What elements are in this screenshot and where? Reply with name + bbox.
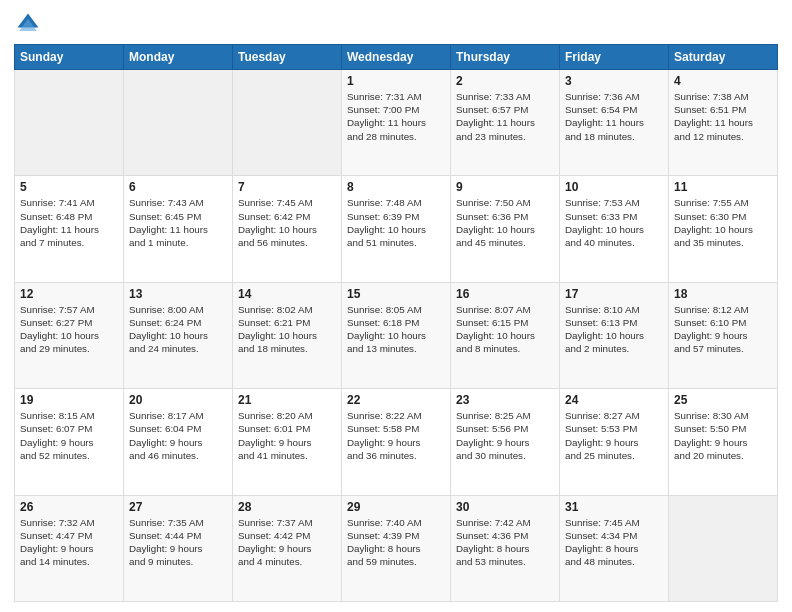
calendar-cell xyxy=(15,70,124,176)
day-number: 15 xyxy=(347,287,445,301)
day-info: Sunrise: 8:07 AM Sunset: 6:15 PM Dayligh… xyxy=(456,303,554,356)
day-info: Sunrise: 8:25 AM Sunset: 5:56 PM Dayligh… xyxy=(456,409,554,462)
calendar-cell: 16Sunrise: 8:07 AM Sunset: 6:15 PM Dayli… xyxy=(451,282,560,388)
calendar-week-row: 19Sunrise: 8:15 AM Sunset: 6:07 PM Dayli… xyxy=(15,389,778,495)
day-number: 19 xyxy=(20,393,118,407)
calendar-day-header: Monday xyxy=(124,45,233,70)
calendar-cell: 15Sunrise: 8:05 AM Sunset: 6:18 PM Dayli… xyxy=(342,282,451,388)
day-info: Sunrise: 7:45 AM Sunset: 4:34 PM Dayligh… xyxy=(565,516,663,569)
day-number: 11 xyxy=(674,180,772,194)
page: SundayMondayTuesdayWednesdayThursdayFrid… xyxy=(0,0,792,612)
calendar-cell: 27Sunrise: 7:35 AM Sunset: 4:44 PM Dayli… xyxy=(124,495,233,601)
calendar-cell: 7Sunrise: 7:45 AM Sunset: 6:42 PM Daylig… xyxy=(233,176,342,282)
calendar-cell: 30Sunrise: 7:42 AM Sunset: 4:36 PM Dayli… xyxy=(451,495,560,601)
day-number: 7 xyxy=(238,180,336,194)
calendar-cell: 20Sunrise: 8:17 AM Sunset: 6:04 PM Dayli… xyxy=(124,389,233,495)
calendar-cell xyxy=(669,495,778,601)
calendar-cell xyxy=(233,70,342,176)
calendar-day-header: Tuesday xyxy=(233,45,342,70)
calendar-cell: 2Sunrise: 7:33 AM Sunset: 6:57 PM Daylig… xyxy=(451,70,560,176)
calendar-cell: 25Sunrise: 8:30 AM Sunset: 5:50 PM Dayli… xyxy=(669,389,778,495)
day-number: 27 xyxy=(129,500,227,514)
day-info: Sunrise: 7:38 AM Sunset: 6:51 PM Dayligh… xyxy=(674,90,772,143)
day-info: Sunrise: 7:36 AM Sunset: 6:54 PM Dayligh… xyxy=(565,90,663,143)
calendar-cell: 1Sunrise: 7:31 AM Sunset: 7:00 PM Daylig… xyxy=(342,70,451,176)
calendar-cell: 26Sunrise: 7:32 AM Sunset: 4:47 PM Dayli… xyxy=(15,495,124,601)
day-info: Sunrise: 7:50 AM Sunset: 6:36 PM Dayligh… xyxy=(456,196,554,249)
day-number: 16 xyxy=(456,287,554,301)
day-info: Sunrise: 7:42 AM Sunset: 4:36 PM Dayligh… xyxy=(456,516,554,569)
day-info: Sunrise: 7:41 AM Sunset: 6:48 PM Dayligh… xyxy=(20,196,118,249)
calendar-cell: 4Sunrise: 7:38 AM Sunset: 6:51 PM Daylig… xyxy=(669,70,778,176)
day-number: 9 xyxy=(456,180,554,194)
day-number: 24 xyxy=(565,393,663,407)
day-info: Sunrise: 7:48 AM Sunset: 6:39 PM Dayligh… xyxy=(347,196,445,249)
calendar-week-row: 26Sunrise: 7:32 AM Sunset: 4:47 PM Dayli… xyxy=(15,495,778,601)
day-info: Sunrise: 8:02 AM Sunset: 6:21 PM Dayligh… xyxy=(238,303,336,356)
day-info: Sunrise: 7:33 AM Sunset: 6:57 PM Dayligh… xyxy=(456,90,554,143)
calendar-day-header: Saturday xyxy=(669,45,778,70)
calendar-week-row: 1Sunrise: 7:31 AM Sunset: 7:00 PM Daylig… xyxy=(15,70,778,176)
logo xyxy=(14,10,46,38)
day-info: Sunrise: 7:55 AM Sunset: 6:30 PM Dayligh… xyxy=(674,196,772,249)
calendar-cell: 8Sunrise: 7:48 AM Sunset: 6:39 PM Daylig… xyxy=(342,176,451,282)
day-info: Sunrise: 8:10 AM Sunset: 6:13 PM Dayligh… xyxy=(565,303,663,356)
calendar-cell: 22Sunrise: 8:22 AM Sunset: 5:58 PM Dayli… xyxy=(342,389,451,495)
calendar-day-header: Thursday xyxy=(451,45,560,70)
calendar-week-row: 12Sunrise: 7:57 AM Sunset: 6:27 PM Dayli… xyxy=(15,282,778,388)
calendar-cell: 12Sunrise: 7:57 AM Sunset: 6:27 PM Dayli… xyxy=(15,282,124,388)
calendar-body: 1Sunrise: 7:31 AM Sunset: 7:00 PM Daylig… xyxy=(15,70,778,602)
day-info: Sunrise: 7:53 AM Sunset: 6:33 PM Dayligh… xyxy=(565,196,663,249)
day-info: Sunrise: 8:17 AM Sunset: 6:04 PM Dayligh… xyxy=(129,409,227,462)
day-number: 25 xyxy=(674,393,772,407)
header xyxy=(14,10,778,38)
logo-icon xyxy=(14,10,42,38)
day-number: 23 xyxy=(456,393,554,407)
calendar-cell: 24Sunrise: 8:27 AM Sunset: 5:53 PM Dayli… xyxy=(560,389,669,495)
calendar-cell: 21Sunrise: 8:20 AM Sunset: 6:01 PM Dayli… xyxy=(233,389,342,495)
calendar-table: SundayMondayTuesdayWednesdayThursdayFrid… xyxy=(14,44,778,602)
day-info: Sunrise: 7:37 AM Sunset: 4:42 PM Dayligh… xyxy=(238,516,336,569)
day-number: 13 xyxy=(129,287,227,301)
calendar-cell: 9Sunrise: 7:50 AM Sunset: 6:36 PM Daylig… xyxy=(451,176,560,282)
day-info: Sunrise: 8:20 AM Sunset: 6:01 PM Dayligh… xyxy=(238,409,336,462)
day-number: 20 xyxy=(129,393,227,407)
calendar-cell: 18Sunrise: 8:12 AM Sunset: 6:10 PM Dayli… xyxy=(669,282,778,388)
calendar-cell xyxy=(124,70,233,176)
day-number: 2 xyxy=(456,74,554,88)
day-info: Sunrise: 7:57 AM Sunset: 6:27 PM Dayligh… xyxy=(20,303,118,356)
day-number: 10 xyxy=(565,180,663,194)
calendar-header-row: SundayMondayTuesdayWednesdayThursdayFrid… xyxy=(15,45,778,70)
calendar-cell: 10Sunrise: 7:53 AM Sunset: 6:33 PM Dayli… xyxy=(560,176,669,282)
calendar-cell: 5Sunrise: 7:41 AM Sunset: 6:48 PM Daylig… xyxy=(15,176,124,282)
calendar-cell: 29Sunrise: 7:40 AM Sunset: 4:39 PM Dayli… xyxy=(342,495,451,601)
day-number: 4 xyxy=(674,74,772,88)
calendar-day-header: Wednesday xyxy=(342,45,451,70)
day-info: Sunrise: 8:12 AM Sunset: 6:10 PM Dayligh… xyxy=(674,303,772,356)
day-info: Sunrise: 8:05 AM Sunset: 6:18 PM Dayligh… xyxy=(347,303,445,356)
day-number: 18 xyxy=(674,287,772,301)
calendar-cell: 23Sunrise: 8:25 AM Sunset: 5:56 PM Dayli… xyxy=(451,389,560,495)
day-number: 5 xyxy=(20,180,118,194)
day-info: Sunrise: 8:22 AM Sunset: 5:58 PM Dayligh… xyxy=(347,409,445,462)
day-number: 21 xyxy=(238,393,336,407)
day-number: 6 xyxy=(129,180,227,194)
day-number: 29 xyxy=(347,500,445,514)
day-number: 28 xyxy=(238,500,336,514)
calendar-cell: 31Sunrise: 7:45 AM Sunset: 4:34 PM Dayli… xyxy=(560,495,669,601)
calendar-cell: 13Sunrise: 8:00 AM Sunset: 6:24 PM Dayli… xyxy=(124,282,233,388)
day-number: 17 xyxy=(565,287,663,301)
day-info: Sunrise: 8:30 AM Sunset: 5:50 PM Dayligh… xyxy=(674,409,772,462)
calendar-day-header: Friday xyxy=(560,45,669,70)
calendar-cell: 11Sunrise: 7:55 AM Sunset: 6:30 PM Dayli… xyxy=(669,176,778,282)
calendar-header: SundayMondayTuesdayWednesdayThursdayFrid… xyxy=(15,45,778,70)
day-info: Sunrise: 8:00 AM Sunset: 6:24 PM Dayligh… xyxy=(129,303,227,356)
calendar-day-header: Sunday xyxy=(15,45,124,70)
day-number: 30 xyxy=(456,500,554,514)
day-info: Sunrise: 8:15 AM Sunset: 6:07 PM Dayligh… xyxy=(20,409,118,462)
day-number: 22 xyxy=(347,393,445,407)
day-info: Sunrise: 7:40 AM Sunset: 4:39 PM Dayligh… xyxy=(347,516,445,569)
calendar-cell: 19Sunrise: 8:15 AM Sunset: 6:07 PM Dayli… xyxy=(15,389,124,495)
day-info: Sunrise: 7:43 AM Sunset: 6:45 PM Dayligh… xyxy=(129,196,227,249)
day-number: 12 xyxy=(20,287,118,301)
